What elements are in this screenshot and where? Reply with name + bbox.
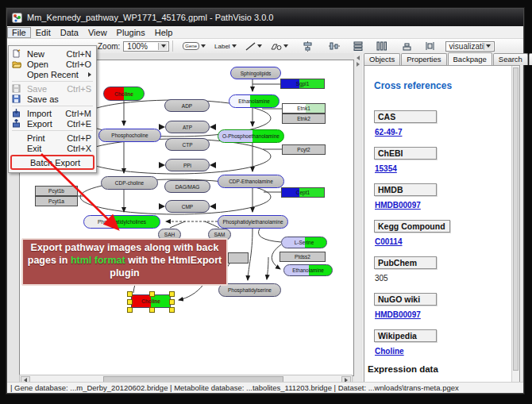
node-choline-top[interactable]: Choline bbox=[103, 87, 145, 101]
node-cmp[interactable]: CMP bbox=[165, 200, 210, 213]
tab-objects[interactable]: Objects bbox=[364, 53, 400, 65]
distribute-horizontal-icon bbox=[376, 41, 387, 51]
node-l-serine[interactable]: L-Serine bbox=[281, 237, 327, 248]
node-sphingolipids[interactable]: Sphingolipids bbox=[230, 67, 281, 79]
node-ethanolamine-bottom[interactable]: Ethanolamine bbox=[283, 264, 333, 276]
file-menu-new[interactable]: New Ctrl+N bbox=[9, 48, 96, 59]
line-dropdown-icon[interactable] bbox=[257, 44, 262, 48]
node-cdp-choline[interactable]: CDP-choline bbox=[101, 176, 158, 190]
node-adp[interactable]: ADP bbox=[164, 99, 210, 112]
zoom-dropdown-icon[interactable] bbox=[158, 43, 168, 50]
node-atp[interactable]: ATP bbox=[165, 121, 210, 133]
xref-link[interactable]: Choline bbox=[375, 347, 519, 356]
gene-dropdown-icon[interactable] bbox=[201, 44, 206, 48]
menu-file[interactable]: File bbox=[7, 27, 31, 38]
pathvisio-window: Mm_Kennedy_pathway_WP1771_45176.gpml - P… bbox=[6, 8, 524, 394]
status-text: | Gene database: ...m_Derby_20120602.bri… bbox=[10, 383, 459, 392]
xref-section-nugo: NuGO wiki HMDB00097 bbox=[374, 291, 519, 319]
file-menu-open[interactable]: Open Ctrl+O bbox=[9, 59, 96, 69]
node-phosphatidylserine[interactable]: Phosphatidylserine bbox=[218, 283, 281, 297]
status-bar: | Gene database: ...m_Derby_20120602.bri… bbox=[7, 382, 523, 393]
menu-separator bbox=[12, 130, 93, 131]
node-cept1[interactable]: Cept1 bbox=[281, 187, 325, 198]
collapse-right-icon[interactable] bbox=[357, 62, 360, 67]
xref-link[interactable]: C00114 bbox=[375, 237, 519, 246]
panel-splitter[interactable] bbox=[354, 53, 361, 384]
node-cdp-ethanolamine[interactable]: CDP-Ethanolamine bbox=[218, 175, 284, 188]
menu-help[interactable]: Help bbox=[150, 27, 178, 38]
zoom-label: Zoom: bbox=[98, 42, 120, 51]
file-menu-save-as[interactable]: Save as bbox=[9, 94, 96, 104]
node-phosphocholine[interactable]: Phosphocholine bbox=[98, 129, 161, 142]
xref-link[interactable]: 15354 bbox=[375, 164, 519, 173]
selection-handle[interactable] bbox=[149, 307, 155, 313]
file-menu-import[interactable]: Import Ctrl+M bbox=[9, 108, 96, 118]
node-ethanolamine-top[interactable]: Ethanolamine bbox=[229, 94, 279, 108]
new-line-button[interactable] bbox=[243, 40, 264, 52]
xref-link[interactable]: HMDB00097 bbox=[375, 310, 519, 319]
distribute-horizontal-button[interactable] bbox=[374, 40, 390, 52]
tab-backpage[interactable]: Backpage bbox=[448, 52, 492, 66]
node-etnk2[interactable]: Etnk2 bbox=[282, 114, 326, 124]
menu-data[interactable]: Data bbox=[56, 27, 83, 38]
node-ppi[interactable]: PPi bbox=[165, 159, 210, 171]
menu-edit[interactable]: Edit bbox=[31, 27, 56, 38]
node-pcyt1b[interactable]: Pcyt1b bbox=[35, 186, 78, 196]
selection-handle[interactable] bbox=[127, 307, 133, 313]
menu-view[interactable]: View bbox=[83, 27, 112, 38]
node-ctp[interactable]: CTP bbox=[165, 138, 210, 151]
new-gene-button[interactable]: Gene bbox=[180, 40, 208, 52]
stack-horizontal-icon bbox=[425, 41, 435, 51]
stack-horizontal-button[interactable] bbox=[422, 40, 438, 52]
align-center-y-icon bbox=[329, 41, 340, 51]
selection-handle[interactable] bbox=[127, 291, 133, 297]
new-shape-button[interactable] bbox=[268, 40, 291, 52]
tab-legend[interactable]: Legend bbox=[529, 53, 532, 65]
node-partially-hidden-gene[interactable] bbox=[228, 252, 249, 264]
zoom-combobox[interactable]: 100% bbox=[123, 41, 169, 52]
file-menu-open-recent[interactable]: Open Recent bbox=[9, 69, 96, 79]
xref-section-hmdb: HMDB HMDB00097 bbox=[374, 182, 519, 210]
selection-handle[interactable] bbox=[127, 299, 133, 305]
shape-tool-icon bbox=[271, 42, 282, 51]
visualization-combobox[interactable]: visualization bbox=[445, 41, 495, 52]
xref-source-label: HMDB bbox=[374, 183, 437, 196]
selection-handle[interactable] bbox=[169, 291, 175, 297]
collapse-left-icon[interactable] bbox=[357, 56, 360, 60]
label-dropdown-icon[interactable] bbox=[232, 44, 237, 48]
selection-handle[interactable] bbox=[169, 307, 175, 313]
file-menu-export[interactable]: Export Ctrl+E bbox=[9, 118, 96, 129]
node-pcyt1a[interactable]: Pcyt1a bbox=[35, 196, 78, 206]
label-icon: Label bbox=[214, 43, 230, 50]
file-menu-print[interactable]: Print Ctrl+P bbox=[9, 133, 96, 143]
align-center-x-icon bbox=[303, 41, 313, 52]
node-phosphatidylethanolamine[interactable]: Phosphatidylethanolamine bbox=[218, 215, 288, 229]
tab-search[interactable]: Search bbox=[493, 53, 528, 65]
node-sgpl1[interactable]: Sgpl1 bbox=[280, 79, 325, 89]
align-center-y-button[interactable] bbox=[326, 40, 342, 52]
node-dag-mag[interactable]: DAG/MAG bbox=[164, 180, 210, 193]
distribute-vertical-button[interactable] bbox=[350, 40, 366, 52]
node-o-phosphoethanolamine[interactable]: O-Phosphoethanolamine bbox=[218, 129, 284, 143]
node-etnk1[interactable]: Etnk1 bbox=[282, 103, 326, 114]
xref-link[interactable]: 62-49-7 bbox=[375, 128, 519, 137]
new-label-button[interactable]: Label bbox=[212, 41, 239, 52]
file-menu-save[interactable]: Save Ctrl+S bbox=[9, 83, 96, 94]
xref-link[interactable]: HMDB00097 bbox=[375, 201, 519, 210]
open-folder-icon bbox=[12, 60, 24, 68]
node-pcyt2[interactable]: Pcyt2 bbox=[282, 144, 326, 155]
menu-plugins[interactable]: Plugins bbox=[112, 27, 150, 38]
align-center-x-button[interactable] bbox=[300, 40, 315, 53]
tab-properties[interactable]: Properties bbox=[401, 53, 446, 65]
file-menu-batch-export[interactable]: Batch Export bbox=[12, 157, 93, 167]
selection-handle[interactable] bbox=[169, 299, 175, 305]
shape-dropdown-icon[interactable] bbox=[283, 44, 288, 48]
visualization-dropdown-icon[interactable] bbox=[484, 43, 493, 50]
node-phosphatidylcholines[interactable]: Phosphatidylcholines bbox=[83, 215, 160, 229]
panel-v-scrollbar[interactable] bbox=[511, 66, 519, 383]
file-menu-exit[interactable]: Exit Ctrl+X bbox=[9, 143, 96, 153]
stack-vertical-button[interactable] bbox=[399, 40, 414, 52]
node-ptdss2[interactable]: Ptdss2 bbox=[279, 252, 326, 262]
selection-handle[interactable] bbox=[149, 291, 155, 297]
scrollbar-thumb[interactable] bbox=[513, 67, 519, 371]
